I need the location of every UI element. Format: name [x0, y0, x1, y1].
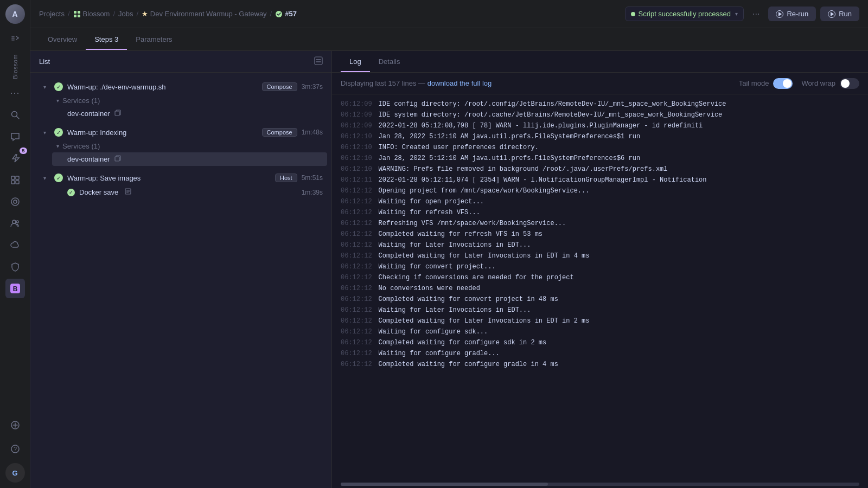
sidebar-item-add[interactable] — [5, 415, 25, 435]
word-wrap-toggle[interactable] — [840, 78, 859, 89]
service-group-header-1[interactable]: ▾ Services (1) — [52, 94, 327, 107]
log-line: 06:12:12Waiting for convert project... — [332, 261, 868, 272]
avatar-initials: A — [12, 10, 17, 18]
check-icon-4: ✓ — [69, 190, 73, 195]
service-chevron-2: ▾ — [56, 143, 59, 149]
svg-rect-7 — [11, 181, 15, 184]
log-line: 06:12:12Completed waiting for convert pr… — [332, 294, 868, 305]
step-badge-warmup-save: Host — [275, 174, 297, 182]
sidebar-item-search[interactable] — [5, 105, 25, 125]
rerun-label: Re-run — [787, 10, 808, 18]
run-button[interactable]: Run — [820, 7, 859, 21]
log-timestamp: 06:12:12 — [341, 273, 372, 282]
sidebar-item-more[interactable]: ··· — [5, 84, 25, 103]
step-time-warmup-save: 5m:51s — [302, 174, 323, 182]
log-text: Refreshing VFS /mnt/space/work/BookingSe… — [379, 219, 566, 228]
service-item-docker-save[interactable]: ✓ Docker save 1m:39s — [52, 185, 327, 199]
log-text: Waiting for Later Invocations in EDT... — [379, 240, 531, 250]
breadcrumb-job-title: Dev Environment Warmup - Gateway — [150, 10, 267, 18]
rerun-button[interactable]: Re-run — [768, 7, 816, 21]
steps-list: ▾ ✓ Warm-up: ./dev-env-warmup.sh Compose… — [30, 73, 331, 488]
log-line: 06:12:12Waiting for configure sdk... — [332, 326, 868, 337]
log-tab-details[interactable]: Details — [370, 52, 409, 72]
svg-text:?: ? — [13, 446, 16, 452]
sidebar-item-shield[interactable] — [5, 257, 25, 277]
word-wrap-toggle-group: Word wrap — [801, 78, 859, 89]
breadcrumb-job-num: #57 — [275, 10, 297, 18]
status-badge[interactable]: Script successfully processed ▾ — [625, 7, 744, 21]
breadcrumb-blossom[interactable]: Blossom — [73, 10, 110, 18]
sidebar-item-help[interactable]: ? — [5, 439, 25, 459]
step-name-warmup-dev: Warm-up: ./dev-env-warmup.sh — [67, 83, 258, 91]
log-line: 06:12:12Completed waiting for Later Invo… — [332, 316, 868, 326]
sidebar-item-gitee[interactable]: G — [5, 463, 25, 483]
log-line: 06:12:12Completed waiting for refresh VF… — [332, 229, 868, 240]
log-text: Completed waiting for refresh VFS in 53 … — [379, 229, 542, 239]
service-name-dev-container-2: dev-container — [67, 155, 110, 163]
svg-point-11 — [12, 220, 16, 223]
log-timestamp: 06:12:12 — [341, 229, 372, 239]
step-row-warmup-dev[interactable]: ▾ ✓ Warm-up: ./dev-env-warmup.sh Compose… — [39, 79, 327, 94]
log-timestamp: 06:12:10 — [341, 153, 372, 163]
log-info: Displaying last 157 lines — download the… — [341, 79, 730, 87]
log-timestamp: 06:12:11 — [341, 175, 372, 185]
tab-overview[interactable]: Overview — [39, 30, 86, 50]
steps-collapse-button[interactable] — [314, 56, 323, 67]
step-badge-warmup-indexing: Compose — [262, 128, 297, 137]
sidebar-item-target[interactable] — [5, 192, 25, 211]
sidebar-item-lightning[interactable] — [5, 149, 25, 168]
play-triangle-run — [831, 12, 834, 16]
breadcrumb-job-number: #57 — [285, 10, 297, 18]
log-text: Completed waiting for convert project in… — [379, 294, 558, 304]
rerun-icon — [776, 10, 783, 18]
sidebar-item-grid[interactable] — [5, 170, 25, 190]
main-content: Projects / Blossom / Jobs / ★ Dev Enviro… — [30, 0, 868, 488]
sidebar-item-pink[interactable]: B — [5, 279, 25, 298]
service-group-header-2[interactable]: ▾ Services (1) — [52, 140, 327, 152]
log-text: Jan 28, 2022 5:12:10 AM java.util.prefs.… — [379, 132, 640, 142]
breadcrumb-projects[interactable]: Projects — [39, 10, 65, 18]
step-chevron-warmup-save: ▾ — [43, 175, 50, 181]
svg-rect-21 — [78, 11, 80, 14]
svg-rect-23 — [78, 15, 80, 17]
breadcrumb-job-name[interactable]: ★ Dev Environment Warmup - Gateway — [142, 10, 266, 18]
topbar-more-button[interactable]: ··· — [748, 7, 764, 21]
log-tab-log[interactable]: Log — [341, 52, 370, 72]
breadcrumb-jobs[interactable]: Jobs — [118, 10, 133, 18]
log-content[interactable]: 06:12:09IDE config directory: /root/.con… — [332, 94, 868, 480]
svg-rect-6 — [16, 176, 19, 179]
log-text: Completed waiting for Later Invocations … — [379, 316, 590, 326]
check-icon-2: ✓ — [56, 130, 61, 136]
step-badge-warmup-dev: Compose — [262, 82, 297, 91]
step-row-warmup-indexing[interactable]: ▾ ✓ Warm-up: Indexing Compose 1m:48s — [39, 125, 327, 140]
sidebar-item-chat[interactable] — [5, 127, 25, 146]
avatar[interactable]: A — [5, 4, 25, 24]
sidebar-item-users[interactable] — [5, 214, 25, 233]
tab-steps[interactable]: Steps 3 — [86, 30, 127, 50]
svg-rect-25 — [315, 57, 322, 65]
log-scrollbar[interactable] — [341, 483, 859, 486]
step-item-warmup-save: ▾ ✓ Warm-up: Save images Host 5m:51s ✓ — [30, 168, 331, 201]
log-line: 06:12:12Waiting for open project... — [332, 196, 868, 207]
sidebar-item-cloud[interactable] — [5, 235, 25, 255]
log-text: Completed waiting for Later Invocations … — [379, 251, 590, 261]
status-text: Script successfully processed — [639, 10, 731, 18]
log-text: IDE config directory: /root/.config/JetB… — [379, 99, 726, 109]
tab-parameters[interactable]: Parameters — [127, 30, 181, 50]
service-item-dev-container-2[interactable]: dev-container — [52, 152, 327, 166]
log-download-link[interactable]: download the full log — [427, 79, 492, 87]
tail-mode-toggle[interactable] — [773, 78, 793, 89]
log-timestamp: 06:12:12 — [341, 262, 372, 272]
log-line: 06:12:10Jan 28, 2022 5:12:10 AM java.uti… — [332, 131, 868, 142]
topbar: Projects / Blossom / Jobs / ★ Dev Enviro… — [30, 0, 868, 28]
log-line: 06:12:12Opening project from /mnt/space/… — [332, 185, 868, 196]
copy-icon-2 — [114, 155, 121, 163]
copy-icon-1 — [114, 110, 121, 118]
log-text: Waiting for Later Invocations in EDT... — [379, 305, 531, 315]
steps-panel: List ▾ ✓ Warm-up: ./dev-env-warmup.sh Co… — [30, 51, 332, 488]
check-icon: ✓ — [56, 84, 61, 90]
step-row-warmup-save[interactable]: ▾ ✓ Warm-up: Save images Host 5m:51s — [39, 170, 327, 185]
breadcrumb-sep-2: / — [113, 10, 115, 18]
service-item-dev-container-1[interactable]: dev-container — [52, 107, 327, 120]
sidebar-collapse-button[interactable] — [8, 30, 23, 46]
